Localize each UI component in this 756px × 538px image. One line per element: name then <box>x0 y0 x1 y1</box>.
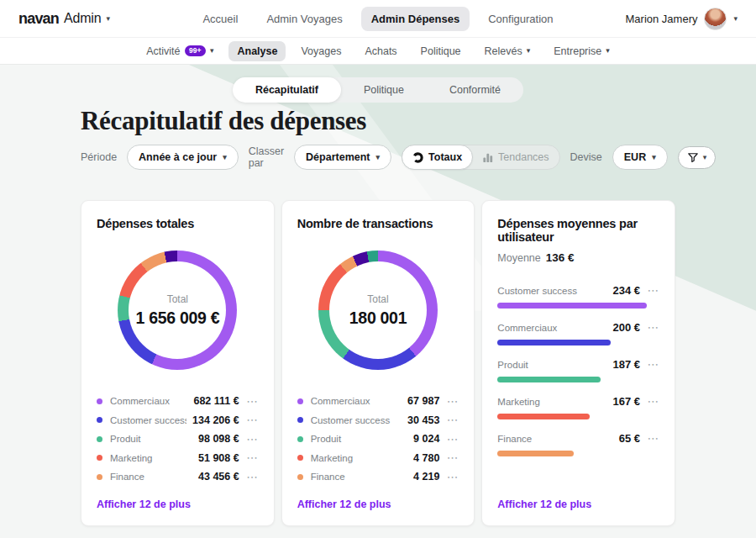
legend-dot <box>297 417 303 423</box>
legend-value: 134 206 € <box>192 414 239 426</box>
subnav-item-activite[interactable]: Activité99+▾ <box>138 41 222 61</box>
chevron-down-icon: ▾ <box>376 154 381 161</box>
avatar <box>704 8 727 30</box>
donut-total-value: 180 001 <box>349 309 407 328</box>
show-more-link[interactable]: Afficher 12 de plus <box>497 498 659 510</box>
legend-dot <box>297 455 303 461</box>
subnav-item-label: Voyages <box>301 45 341 57</box>
period-value: Année à ce jour <box>139 151 217 163</box>
bar-row-marketing: Marketing167 €⋯ <box>497 395 659 419</box>
subnav-item-label: Entreprise <box>554 45 601 57</box>
topnav-item-accueil[interactable]: Accueil <box>192 7 248 31</box>
show-more-link[interactable]: Afficher 12 de plus <box>97 498 259 510</box>
page-title: Récapitulatif des dépenses <box>81 106 756 136</box>
bar-fill <box>497 303 646 309</box>
legend-dot <box>97 417 102 423</box>
show-more-link[interactable]: Afficher 12 de plus <box>297 498 459 510</box>
row-options-ellipsis-icon[interactable]: ⋯ <box>447 398 459 404</box>
legend-label: Finance <box>110 472 192 482</box>
navan-admin-logo[interactable]: navan Admin ▾ <box>18 10 192 28</box>
legend-row-commerciaux: Commerciaux682 111 €⋯ <box>97 395 259 407</box>
bar-row-produit: Produit187 €⋯ <box>497 358 659 382</box>
user-name: Marion Jamery <box>626 13 698 25</box>
row-options-ellipsis-icon[interactable]: ⋯ <box>648 361 660 367</box>
row-options-ellipsis-icon[interactable]: ⋯ <box>447 474 459 480</box>
legend-row-marketing: Marketing4 780⋯ <box>297 452 459 464</box>
donut-center: Total 1 656 009 € <box>129 261 226 359</box>
total-expenses-donut-chart[interactable]: Total 1 656 009 € <box>118 251 237 370</box>
row-options-ellipsis-icon[interactable]: ⋯ <box>246 436 259 442</box>
row-options-ellipsis-icon[interactable]: ⋯ <box>246 455 259 461</box>
legend-label: Finance <box>311 472 407 482</box>
legend-label: Customer success <box>311 415 402 425</box>
transactions-donut-chart[interactable]: Total 180 001 <box>318 251 438 370</box>
bar-fill <box>497 340 611 345</box>
toggle-totaux-label: Totaux <box>428 151 462 163</box>
currency-label: Devise <box>570 151 602 163</box>
bar-value: 187 € <box>612 358 640 371</box>
tab-conformite[interactable]: Conformité <box>427 77 523 103</box>
summary-tab-group: RécapitulatifPolitiqueConformité <box>233 77 523 103</box>
legend-list: Commerciaux67 987⋯Customer success30 453… <box>297 395 459 483</box>
legend-row-produit: Produit98 098 €⋯ <box>97 433 259 445</box>
subnav-item-label: Relevés <box>485 45 522 57</box>
legend-dot <box>97 455 102 461</box>
card-title: Dépenses totales <box>97 217 259 230</box>
period-label: Période <box>81 151 117 163</box>
user-menu[interactable]: Marion Jamery ▾ <box>626 8 738 30</box>
donut-chart-icon <box>412 152 423 163</box>
group-by-value: Département <box>306 151 370 163</box>
subnav-item-politique[interactable]: Politique <box>412 41 470 61</box>
topnav-item-admin-depenses[interactable]: Admin Dépenses <box>361 7 470 31</box>
subnav-item-voyages[interactable]: Voyages <box>292 41 349 61</box>
legend-value: 43 456 € <box>198 471 239 483</box>
bar-value: 234 € <box>612 284 640 297</box>
subnav-item-label: Politique <box>421 45 461 57</box>
card-average-expenses: Dépenses moyennes par utilisateur Moyenn… <box>481 200 675 526</box>
currency-dropdown[interactable]: EUR ▾ <box>612 145 668 170</box>
row-options-ellipsis-icon[interactable]: ⋯ <box>447 455 459 461</box>
toggle-tendances[interactable]: Tendances <box>472 145 559 170</box>
bar-row-commerciaux: Commerciaux200 €⋯ <box>497 321 659 345</box>
subnav-item-entreprise[interactable]: Entreprise▾ <box>545 41 618 61</box>
group-by-dropdown[interactable]: Département ▾ <box>294 145 391 170</box>
row-options-ellipsis-icon[interactable]: ⋯ <box>648 287 660 293</box>
row-options-ellipsis-icon[interactable]: ⋯ <box>246 417 259 423</box>
row-options-ellipsis-icon[interactable]: ⋯ <box>648 435 660 441</box>
bar-track <box>497 377 646 382</box>
currency-value: EUR <box>624 151 646 163</box>
legend-row-customer-success: Customer success134 206 €⋯ <box>97 414 259 426</box>
tab-politique[interactable]: Politique <box>341 77 427 103</box>
legend-row-marketing: Marketing51 908 €⋯ <box>97 452 259 464</box>
chevron-down-icon: ▾ <box>223 154 227 161</box>
average-value: 136 € <box>546 251 575 264</box>
filter-button[interactable]: ▾ <box>678 146 717 169</box>
row-options-ellipsis-icon[interactable]: ⋯ <box>447 417 459 423</box>
chevron-down-icon: ▾ <box>652 154 656 161</box>
bar-fill <box>497 414 590 419</box>
logo-admin-label: Admin <box>64 11 101 26</box>
row-options-ellipsis-icon[interactable]: ⋯ <box>246 398 259 404</box>
bar-row-customer-success: Customer success234 €⋯ <box>497 284 659 309</box>
topnav-item-configuration[interactable]: Configuration <box>478 7 563 31</box>
bar-fill <box>497 451 573 456</box>
bar-track <box>497 303 646 309</box>
legend-row-produit: Produit9 024⋯ <box>297 433 459 445</box>
donut-center: Total 180 001 <box>329 261 427 359</box>
topnav-item-admin-voyages[interactable]: Admin Voyages <box>256 7 352 31</box>
subnav-item-releves[interactable]: Relevés▾ <box>476 41 539 61</box>
row-options-ellipsis-icon[interactable]: ⋯ <box>648 398 660 404</box>
row-options-ellipsis-icon[interactable]: ⋯ <box>246 474 259 480</box>
period-dropdown[interactable]: Année à ce jour ▾ <box>127 145 239 170</box>
filters-row: Période Année à ce jour ▾ Classer par Dé… <box>81 145 675 170</box>
toggle-totaux[interactable]: Totaux <box>402 145 473 170</box>
subnav-item-achats[interactable]: Achats <box>356 41 405 61</box>
tab-recapitulatif[interactable]: Récapitulatif <box>233 77 341 103</box>
legend-value: 67 987 <box>407 395 439 407</box>
subnav-item-analyse[interactable]: Analyse <box>228 41 286 61</box>
row-options-ellipsis-icon[interactable]: ⋯ <box>648 324 660 330</box>
legend-value: 4 780 <box>413 452 439 464</box>
row-options-ellipsis-icon[interactable]: ⋯ <box>447 436 459 442</box>
legend-label: Produit <box>311 434 407 444</box>
navan-wordmark: navan <box>18 10 59 28</box>
